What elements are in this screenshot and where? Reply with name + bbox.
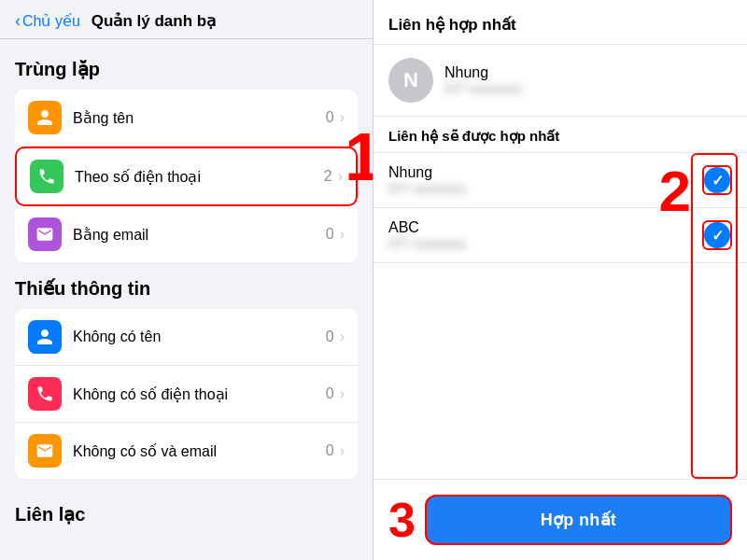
step3-area: 3 Hợp nhất bbox=[388, 495, 732, 545]
merge-items-wrapper: 2 Nhung 077 xxxxxxxx ABC 077 xxxxxxxx bbox=[374, 153, 747, 479]
bang-ten-label: Bằng tên bbox=[73, 109, 326, 127]
merged-contact-info: Nhung 077 xxxxxxxx bbox=[444, 64, 732, 96]
khong-co-so-icon bbox=[28, 377, 62, 411]
khong-co-so-chevron: › bbox=[340, 385, 345, 402]
khong-co-so-email-chevron: › bbox=[340, 442, 345, 459]
merged-contact-card: N Nhung 077 xxxxxxxx bbox=[374, 45, 747, 117]
theo-so-count: 2 bbox=[324, 168, 332, 185]
khong-co-so-label: Không có số điện thoại bbox=[73, 385, 326, 403]
bang-email-count: 0 bbox=[326, 226, 334, 243]
trung-lap-list: Bằng tên 0 › Theo số điện thoại 2 › bbox=[15, 90, 358, 262]
theo-so-icon bbox=[30, 160, 63, 193]
theo-so-item[interactable]: Theo số điện thoại 2 › bbox=[15, 147, 358, 206]
merged-contact-phone: 077 xxxxxxxx bbox=[444, 81, 732, 96]
khong-co-ten-item[interactable]: Không có tên 0 › bbox=[15, 309, 358, 366]
theo-so-label: Theo số điện thoại bbox=[75, 168, 324, 186]
theo-so-chevron: › bbox=[338, 168, 343, 185]
checkmark-2-icon bbox=[704, 222, 730, 248]
khong-co-so-count: 0 bbox=[326, 385, 334, 402]
bottom-section: 3 Hợp nhất bbox=[374, 479, 747, 560]
merge-item-1-name: Nhung bbox=[388, 164, 702, 181]
merge-item-2-name: ABC bbox=[388, 219, 702, 236]
khong-co-ten-icon bbox=[28, 320, 62, 354]
merge-item-2-phone: 077 xxxxxxxx bbox=[388, 236, 702, 251]
khong-co-so-email-icon bbox=[28, 434, 62, 468]
nav-back-label: Chủ yếu bbox=[22, 12, 80, 30]
hop-nhat-button[interactable]: Hợp nhất bbox=[425, 495, 732, 545]
khong-co-so-email-label: Không có số và email bbox=[73, 442, 326, 460]
merged-contact-name: Nhung bbox=[444, 64, 732, 81]
right-panel: Liên hệ hợp nhất N Nhung 077 xxxxxxxx Li… bbox=[374, 0, 747, 560]
khong-co-so-email-count: 0 bbox=[326, 442, 334, 459]
khong-co-so-email-item[interactable]: Không có số và email 0 › bbox=[15, 423, 358, 479]
bang-email-icon bbox=[28, 217, 62, 251]
back-chevron-icon: ‹ bbox=[15, 11, 21, 31]
bang-email-item[interactable]: Bằng email 0 › bbox=[15, 206, 358, 262]
bang-ten-icon bbox=[28, 101, 62, 134]
khong-co-ten-count: 0 bbox=[326, 329, 334, 345]
trung-lap-header: Trùng lặp bbox=[0, 58, 373, 90]
avatar-letter: N bbox=[403, 68, 418, 92]
nav-header: ‹ Chủ yếu Quản lý danh bạ bbox=[0, 0, 373, 39]
bang-email-chevron: › bbox=[340, 226, 345, 243]
step3-label: 3 bbox=[388, 496, 416, 544]
left-panel: ‹ Chủ yếu Quản lý danh bạ Trùng lặp Bằng… bbox=[0, 0, 374, 560]
lien-lac-header: Liên lạc bbox=[0, 494, 373, 531]
will-merge-title: Liên hệ sẽ được hợp nhất bbox=[374, 117, 747, 153]
bang-ten-item[interactable]: Bằng tên 0 › bbox=[15, 90, 358, 147]
nav-title: Quản lý danh bạ bbox=[92, 11, 216, 31]
section-title: Liên hệ hợp nhất bbox=[374, 0, 747, 45]
checkmark-2-container[interactable] bbox=[702, 220, 732, 250]
khong-co-ten-label: Không có tên bbox=[73, 329, 326, 345]
merge-item-2-info: ABC 077 xxxxxxxx bbox=[388, 219, 702, 251]
khong-co-ten-chevron: › bbox=[340, 329, 345, 345]
merge-item-1-info: Nhung 077 xxxxxxxx bbox=[388, 164, 702, 196]
merge-item-1-phone: 077 xxxxxxxx bbox=[388, 181, 702, 196]
bang-ten-count: 0 bbox=[326, 109, 334, 126]
checkmark-1-icon bbox=[704, 167, 730, 193]
thieu-thong-tin-list: Không có tên 0 › Không có số điện thoại … bbox=[15, 309, 358, 479]
thieu-thong-tin-header: Thiếu thông tin bbox=[0, 277, 373, 309]
avatar: N bbox=[388, 58, 433, 103]
checkmark-1-container[interactable] bbox=[702, 165, 732, 195]
merge-item-1[interactable]: Nhung 077 xxxxxxxx bbox=[374, 153, 747, 208]
nav-back-button[interactable]: ‹ Chủ yếu bbox=[15, 11, 80, 31]
left-content: Trùng lặp Bằng tên 0 › bbox=[0, 39, 373, 560]
merge-item-2[interactable]: ABC 077 xxxxxxxx bbox=[374, 208, 747, 263]
khong-co-so-item[interactable]: Không có số điện thoại 0 › bbox=[15, 366, 358, 423]
bang-email-label: Bằng email bbox=[73, 226, 326, 244]
bang-ten-chevron: › bbox=[340, 109, 345, 126]
